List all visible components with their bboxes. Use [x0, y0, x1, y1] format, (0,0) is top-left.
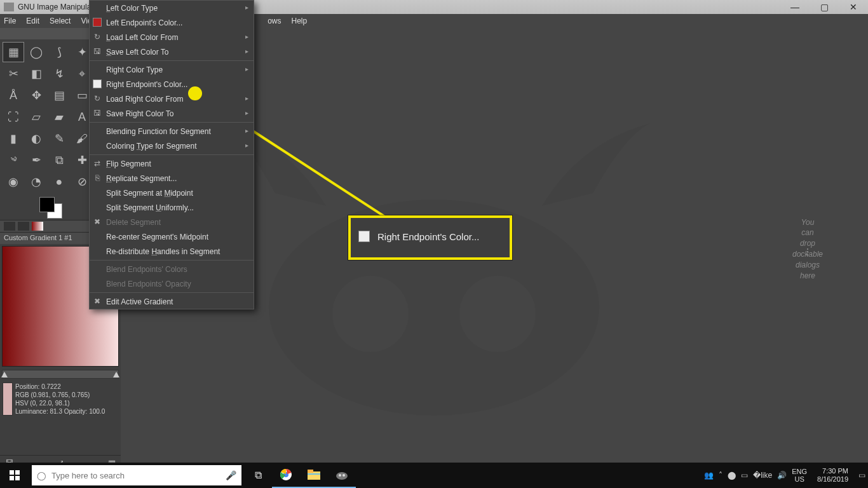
menu-save-left-color[interactable]: 🖫Save Left Color To▸: [90, 44, 254, 59]
menu-save-right-color[interactable]: 🖫Save Right Color To▸: [90, 106, 254, 121]
tool-shear[interactable]: ▱: [25, 107, 47, 127]
info-lum: Luminance: 81.3 Opacity: 100.0: [15, 407, 105, 416]
dock-handle-icon[interactable]: ⋮: [803, 247, 812, 257]
info-position: Position: 0.7222: [15, 383, 105, 391]
tool-foreground[interactable]: ◧: [25, 64, 47, 84]
menu-right-endpoint-color[interactable]: Right Endpoint's Color...: [90, 77, 254, 92]
menu-edit-active-gradient[interactable]: ✖Edit Active Gradient: [90, 294, 254, 309]
tool-blend[interactable]: ◐: [25, 128, 47, 149]
mic-icon[interactable]: 🎤: [226, 470, 236, 480]
app-window: GNU Image Manipula — ▢ ✕ File Edit Selec…: [0, 0, 868, 470]
menu-help[interactable]: Help: [292, 17, 308, 25]
tool-ellipse-select[interactable]: ◯: [25, 42, 47, 62]
tool-scissors[interactable]: ✂: [3, 64, 24, 84]
tool-measure[interactable]: Å: [3, 85, 24, 105]
menu-replicate-segment[interactable]: ⎘Replicate Segment...: [90, 171, 254, 186]
taskbar-chrome-icon[interactable]: [272, 463, 300, 488]
separator: [90, 292, 254, 293]
tool-smudge[interactable]: ●: [48, 172, 70, 192]
people-icon[interactable]: 👥: [704, 471, 714, 480]
menu-left-endpoint-color[interactable]: Left Endpoint's Color...: [90, 15, 254, 30]
svg-rect-4: [15, 470, 20, 475]
volume-icon[interactable]: 🔊: [777, 471, 787, 480]
svg-rect-5: [10, 476, 14, 480]
tool-perspective[interactable]: ▰: [48, 107, 70, 127]
menu-blend-opacity: Blend Endpoints' Opacity: [90, 276, 254, 291]
callout-label: Right Endpoint's Color...: [377, 231, 479, 242]
info-hsv: HSV (0, 22.0, 98.1): [15, 399, 105, 407]
task-view-icon[interactable]: ⧉: [244, 463, 272, 488]
tool-ink[interactable]: ✒: [25, 150, 47, 170]
menu-flip-segment[interactable]: ⇄Flip Segment: [90, 156, 254, 171]
wilber-logo-icon: [4, 3, 14, 11]
menu-right-color-type[interactable]: Right Color Type▸: [90, 62, 254, 77]
tool-pencil[interactable]: ✎: [48, 128, 70, 149]
tray-chevron-icon[interactable]: ˄: [719, 471, 722, 480]
menu-recenter[interactable]: Re-center Segment's Midpoint: [90, 229, 254, 244]
tray-clock[interactable]: 7:30 PM 8/16/2019: [812, 467, 853, 484]
tool-paths[interactable]: ↯: [48, 64, 70, 84]
menu-select[interactable]: Select: [50, 17, 71, 25]
menu-load-left-color[interactable]: ↻Load Left Color From▸: [90, 30, 254, 44]
info-rgb: RGB (0.981, 0.765, 0.765): [15, 391, 105, 399]
menu-load-right-color[interactable]: ↻Load Right Color From▸: [90, 92, 254, 106]
menu-edit[interactable]: Edit: [26, 17, 39, 25]
tool-blur[interactable]: ◉: [3, 172, 24, 192]
svg-rect-10: [308, 470, 313, 473]
tab-gradient-icon[interactable]: [32, 222, 43, 231]
taskbar-gimp-icon[interactable]: [328, 463, 356, 488]
window-title: GNU Image Manipula: [18, 3, 91, 11]
right-dock: ⋮ You can drop dockable dialogs here: [747, 28, 868, 470]
fg-swatch[interactable]: [39, 197, 55, 212]
separator: [90, 60, 254, 61]
menu-left-color-type[interactable]: Left Color Type▸: [90, 1, 254, 15]
tool-bucket[interactable]: ▮: [3, 128, 24, 149]
menu-split-uniform[interactable]: Split Segment Uniformly...: [90, 200, 254, 215]
svg-rect-3: [10, 470, 14, 475]
wilber-bg-icon: [212, 117, 656, 447]
menu-redistribute[interactable]: Re-distribute Handles in Segment: [90, 244, 254, 259]
tool-align[interactable]: ▤: [48, 85, 70, 105]
gradient-slider[interactable]: [2, 370, 119, 379]
annotation-callout: Right Endpoint's Color...: [348, 215, 512, 260]
tool-rect-select[interactable]: ▦: [3, 42, 24, 62]
tray-lang[interactable]: ENG: [792, 468, 807, 475]
tool-clone[interactable]: ⧉: [48, 150, 70, 170]
sample-swatch: [3, 383, 13, 416]
tray-locale[interactable]: US: [792, 475, 807, 483]
wifi-icon[interactable]: �like: [753, 471, 772, 480]
notifications-icon[interactable]: ▭: [858, 471, 865, 480]
svg-point-13: [339, 474, 341, 477]
menu-delete-segment: ✖Delete Segment: [90, 215, 254, 229]
tool-scale[interactable]: ⛶: [3, 107, 24, 127]
svg-point-12: [336, 472, 348, 480]
close-button[interactable]: ✕: [839, 0, 868, 14]
tool-color[interactable]: ◔: [25, 172, 47, 192]
svg-point-1: [332, 276, 409, 352]
svg-rect-11: [308, 473, 320, 475]
start-button[interactable]: [0, 463, 29, 488]
taskbar-search[interactable]: ◯ Type here to search 🎤: [32, 465, 241, 485]
menu-blending-fn[interactable]: Blending Function for Segment▸: [90, 124, 254, 139]
tab-icon-b[interactable]: [18, 222, 29, 231]
menu-windows-fragment[interactable]: ows: [268, 17, 281, 25]
taskbar-explorer-icon[interactable]: [300, 463, 328, 488]
battery-icon[interactable]: ▭: [741, 471, 748, 480]
maximize-button[interactable]: ▢: [810, 0, 839, 14]
menu-split-midpoint[interactable]: Split Segment at Midpoint: [90, 186, 254, 200]
tab-icon-a[interactable]: [4, 222, 15, 231]
tool-airbrush[interactable]: ༄: [3, 150, 24, 170]
minimize-button[interactable]: —: [780, 0, 810, 14]
tool-move[interactable]: ✥: [25, 85, 47, 105]
tool-free-select[interactable]: ⟆: [48, 42, 70, 62]
tray-app-icon[interactable]: ⬤: [728, 471, 736, 480]
menu-coloring-type[interactable]: Coloring Type for Segment▸: [90, 139, 254, 153]
gradient-info: Position: 0.7222 RGB (0.981, 0.765, 0.76…: [3, 383, 118, 416]
menu-blend-colors: Blend Endpoints' Colors: [90, 262, 254, 276]
svg-point-2: [459, 276, 536, 352]
callout-swatch-icon: [358, 231, 370, 242]
gradient-context-menu: Left Color Type▸ Left Endpoint's Color..…: [89, 0, 254, 309]
cortana-icon: ◯: [37, 471, 46, 480]
menu-file[interactable]: File: [4, 17, 16, 25]
search-placeholder: Type here to search: [51, 471, 125, 480]
